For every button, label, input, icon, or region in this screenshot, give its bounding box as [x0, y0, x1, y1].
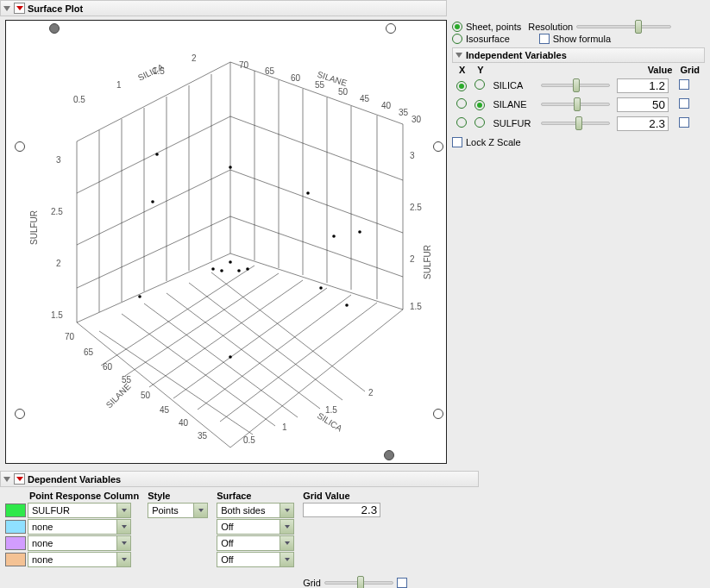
response-combo-2[interactable]: none	[28, 535, 131, 551]
iv-row-sulfur: SULFUR	[454, 115, 703, 132]
svg-line-23	[220, 303, 377, 422]
grid-label: Grid	[303, 578, 321, 588]
y-radio-sulfur[interactable]	[474, 117, 485, 128]
svg-text:70: 70	[239, 60, 249, 70]
svg-line-14	[144, 303, 298, 417]
svg-line-16	[189, 283, 342, 400]
svg-text:55: 55	[122, 375, 132, 385]
svg-text:2: 2	[192, 53, 197, 63]
svg-point-36	[345, 303, 349, 307]
dep-row-3: none	[5, 552, 139, 567]
svg-text:SULFUR: SULFUR	[423, 245, 432, 279]
y-radio-silica[interactable]	[474, 79, 485, 90]
response-combo-1[interactable]: none	[28, 519, 131, 535]
y-radio-silane[interactable]	[474, 100, 485, 110]
surface-combo-0[interactable]: Both sides	[217, 503, 294, 518]
x-radio-sulfur[interactable]	[456, 117, 467, 128]
dependent-vars-header: Dependent Variables	[0, 471, 479, 487]
independent-vars-header: Independent Variables	[452, 47, 705, 63]
iv-x-col: X	[454, 65, 470, 75]
lock-z-checkbox[interactable]	[452, 137, 462, 147]
response-combo-0[interactable]: SULFUR	[28, 503, 131, 518]
surface-combo-1[interactable]: Off	[217, 519, 294, 535]
value-sulfur[interactable]	[617, 116, 669, 131]
show-formula-label: Show formula	[553, 34, 611, 44]
surface-plot-header: Surface Plot	[0, 0, 447, 16]
color-swatch[interactable]	[5, 504, 26, 517]
grid-checkbox[interactable]	[397, 578, 407, 588]
disclosure-icon[interactable]	[456, 53, 462, 58]
svg-point-24	[229, 260, 232, 264]
svg-point-38	[155, 153, 159, 156]
dep-row-2: none	[5, 535, 139, 551]
value-silane[interactable]	[617, 97, 669, 112]
iv-grid-col: Grid	[676, 65, 703, 75]
value-silica[interactable]	[617, 78, 669, 93]
response-combo-3[interactable]: none	[28, 552, 131, 567]
svg-point-27	[306, 191, 310, 195]
dependent-vars-menu[interactable]	[14, 473, 25, 485]
svg-point-29	[237, 269, 241, 272]
svg-text:2.5: 2.5	[410, 203, 422, 212]
svg-point-33	[211, 267, 215, 271]
svg-text:0.5: 0.5	[243, 435, 255, 445]
style-head: Style	[148, 491, 208, 501]
x-radio-silane[interactable]	[456, 98, 467, 109]
svg-text:40: 40	[381, 101, 392, 110]
point-response-head: Point Response Column	[5, 491, 139, 501]
surface-combo-3[interactable]: Off	[217, 552, 294, 567]
show-formula-checkbox[interactable]	[539, 34, 550, 44]
dep-row-1: none	[5, 519, 139, 535]
color-swatch[interactable]	[5, 520, 26, 534]
disclosure-icon[interactable]	[3, 6, 10, 11]
svg-text:45: 45	[160, 405, 170, 415]
svg-point-31	[319, 286, 323, 290]
slider-sulfur[interactable]	[541, 122, 610, 125]
svg-text:65: 65	[84, 347, 94, 357]
grid-slider[interactable]	[324, 581, 393, 585]
surface-plot-menu[interactable]	[14, 3, 25, 14]
surface-plot-title: Surface Plot	[28, 3, 83, 14]
surface-3d-svg: SILICA SILANE SULFUR SULFUR SILANE SILIC…	[6, 21, 446, 463]
surface-combo-2[interactable]: Off	[217, 535, 294, 551]
svg-text:1: 1	[282, 422, 287, 432]
x-radio-silica[interactable]	[456, 81, 467, 91]
svg-line-21	[173, 288, 327, 398]
style-combo-0[interactable]: Points	[148, 503, 208, 518]
iv-row-silica: SILICA	[454, 77, 703, 94]
svg-text:SILANE: SILANE	[104, 381, 133, 410]
svg-text:3: 3	[56, 155, 61, 165]
svg-text:0.5: 0.5	[73, 95, 85, 104]
iv-row-silane: SILANE	[454, 96, 703, 113]
lock-z-label: Lock Z Scale	[466, 137, 521, 147]
svg-point-37	[358, 230, 361, 234]
svg-point-26	[151, 200, 154, 203]
svg-text:3: 3	[410, 151, 415, 160]
slider-silica[interactable]	[541, 84, 610, 87]
resolution-label: Resolution	[528, 22, 573, 32]
grid-chk-silane[interactable]	[679, 98, 689, 109]
dep-row-0: SULFUR	[5, 503, 139, 518]
svg-text:1.5: 1.5	[51, 310, 63, 320]
color-swatch[interactable]	[5, 536, 26, 550]
grid-chk-silica[interactable]	[679, 79, 689, 90]
svg-point-30	[138, 295, 141, 298]
svg-text:2.5: 2.5	[51, 207, 63, 216]
svg-text:60: 60	[291, 73, 301, 83]
surface-plot-canvas[interactable]: SILICA SILANE SULFUR SULFUR SILANE SILIC…	[5, 20, 447, 464]
resolution-slider[interactable]	[576, 25, 671, 28]
iv-y-col: Y	[472, 65, 488, 75]
slider-silane[interactable]	[541, 103, 610, 106]
svg-text:50: 50	[141, 391, 151, 400]
svg-point-28	[220, 269, 223, 272]
svg-text:50: 50	[338, 87, 349, 97]
isosurface-radio[interactable]	[452, 34, 462, 44]
disclosure-icon[interactable]	[3, 477, 10, 482]
svg-text:35: 35	[198, 431, 208, 441]
grid-chk-sulfur[interactable]	[679, 117, 689, 128]
sheet-points-radio[interactable]	[452, 22, 462, 32]
grid-value-0[interactable]	[303, 503, 380, 517]
svg-line-19	[125, 273, 279, 376]
svg-text:1: 1	[116, 80, 122, 90]
color-swatch[interactable]	[5, 553, 26, 566]
